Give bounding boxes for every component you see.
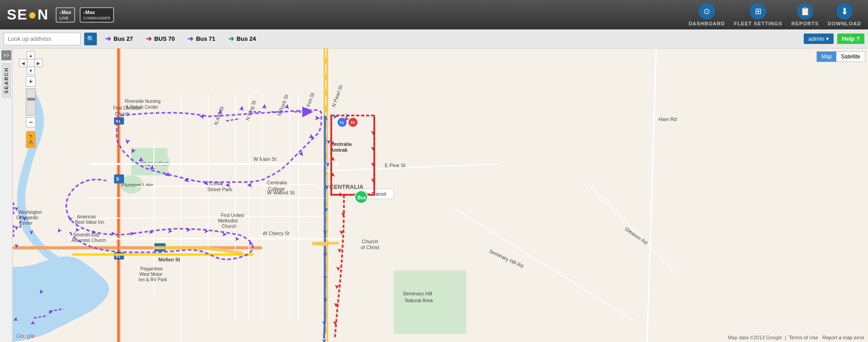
fleet-label: FLEET SETTINGS xyxy=(734,21,782,26)
dashboard-label: DASHBOARD xyxy=(688,21,725,26)
pan-control: ▲ ▼ ◀ ▶ xyxy=(19,51,43,75)
admin-button[interactable]: admin ▾ xyxy=(804,34,834,44)
bus70-legend[interactable]: ➜ BUS 70 xyxy=(141,34,180,43)
svg-text:Natural Area: Natural Area xyxy=(405,298,433,303)
bus71-label: Bus 71 xyxy=(196,35,215,42)
zoom-in-button[interactable]: + xyxy=(26,77,36,87)
bus27-arrow-icon: ➜ xyxy=(105,34,111,43)
pegman-icon[interactable]: 🚶 xyxy=(26,131,36,148)
svg-text:Seventh-Day: Seventh-Day xyxy=(73,232,100,237)
bus24-label: Bus 24 xyxy=(237,35,256,42)
svg-text:of Christ: of Christ xyxy=(361,245,379,250)
map-container[interactable]: .street { stroke: #ffffff; stroke-width:… xyxy=(0,48,868,342)
vmax-commander-badge: vMaxCOMMANDER xyxy=(80,7,114,23)
report-error-link[interactable]: Report a map error xyxy=(822,335,864,340)
map-controls: ▲ ▼ ◀ ▶ + − 🚶 xyxy=(19,51,43,148)
pan-up-button[interactable]: ▲ xyxy=(27,51,35,59)
dashboard-nav-item[interactable]: ⊙ DASHBOARD xyxy=(688,3,725,26)
map-background: .street { stroke: #ffffff; stroke-width:… xyxy=(0,48,868,342)
reports-label: REPORTS xyxy=(792,21,819,26)
map-attribution: Map data ©2013 Google | Terms of Use Rep… xyxy=(728,335,864,340)
map-button[interactable]: Map xyxy=(817,52,836,62)
address-input[interactable] xyxy=(4,33,81,45)
zoom-slider[interactable] xyxy=(26,88,36,116)
pan-left-button[interactable]: ◀ xyxy=(19,59,27,67)
dashboard-icon: ⊙ xyxy=(699,3,715,19)
pan-down-button[interactable]: ▼ xyxy=(27,67,35,75)
bus71-arrow-icon: ➜ xyxy=(187,34,193,43)
bus70-label: BUS 70 xyxy=(154,35,175,42)
left-sidebar: >> Search xyxy=(0,48,13,342)
svg-text:Ham Rd: Ham Rd xyxy=(658,116,677,122)
map-data-label: Map data ©2013 Google xyxy=(728,335,782,340)
svg-text:Inn & RV Park: Inn & RV Park xyxy=(138,277,167,282)
svg-text:Church: Church xyxy=(115,111,129,116)
svg-text:First United: First United xyxy=(221,213,244,218)
svg-text:Church: Church xyxy=(222,224,236,229)
svg-text:Cedar: Cedar xyxy=(210,181,224,186)
bus27-label: Bus 27 xyxy=(114,35,133,42)
svg-text:& Rehab Center: & Rehab Center xyxy=(126,105,158,110)
google-logo: Google xyxy=(16,332,35,339)
svg-text:Peppertree: Peppertree xyxy=(140,266,163,271)
svg-text:College: College xyxy=(268,186,285,192)
svg-text:Methodist: Methodist xyxy=(218,218,238,223)
svg-text:Street Park: Street Park xyxy=(207,187,233,192)
svg-text:Centralia: Centralia xyxy=(267,180,287,185)
pan-center-button[interactable] xyxy=(27,59,35,67)
vmax-live-badge: vMaxLIVE xyxy=(56,7,75,23)
download-icon: ⬇ xyxy=(836,3,853,19)
bus24-legend[interactable]: ➜ Bus 24 xyxy=(224,34,261,43)
search-sidebar-label: Search xyxy=(2,63,11,97)
help-button[interactable]: Help ? xyxy=(837,34,864,44)
svg-text:507: 507 xyxy=(156,246,162,250)
svg-text:In Transit: In Transit xyxy=(366,191,386,197)
svg-text:CENTRALIA: CENTRALIA xyxy=(329,183,364,190)
header: SE●N vMaxLIVE vMaxCOMMANDER ⊙ DASHBOARD … xyxy=(0,0,868,29)
toolbar: 🔍 ➜ Bus 27 ➜ BUS 70 ➜ Bus 71 ➜ Bus 24 ad… xyxy=(0,29,868,48)
search-button[interactable]: 🔍 xyxy=(84,33,97,45)
svg-text:Mellen St: Mellen St xyxy=(158,257,181,262)
svg-text:W Cherry St: W Cherry St xyxy=(262,231,290,236)
fleet-icon: ⊞ xyxy=(750,3,766,19)
svg-text:Americas: Americas xyxy=(77,214,96,219)
reports-nav-item[interactable]: 📋 REPORTS xyxy=(792,3,819,26)
header-nav: ⊙ DASHBOARD ⊞ FLEET SETTINGS 📋 REPORTS ⬇… xyxy=(688,3,861,26)
svg-text:Best Value Inn: Best Value Inn xyxy=(75,220,104,225)
pan-right-button[interactable]: ▶ xyxy=(34,59,43,67)
svg-text:W Main St: W Main St xyxy=(253,156,277,162)
bus71-legend[interactable]: ➜ Bus 71 xyxy=(183,34,220,43)
svg-text:Washington: Washington xyxy=(18,210,42,215)
svg-text:Seminary Hill: Seminary Hill xyxy=(403,291,432,296)
download-label: DOWNLOAD xyxy=(828,21,861,26)
svg-text:Centralia: Centralia xyxy=(330,141,352,147)
svg-text:Riverside Nursing: Riverside Nursing xyxy=(125,99,161,104)
svg-text:Center: Center xyxy=(19,221,33,226)
sidebar-expand-button[interactable]: >> xyxy=(1,50,11,60)
map-type-buttons: Map Satellite xyxy=(816,51,865,62)
svg-text:Amtrak: Amtrak xyxy=(330,147,348,153)
svg-text:Adventist Church: Adventist Church xyxy=(72,238,106,243)
svg-text:West Motor: West Motor xyxy=(139,272,163,277)
download-nav-item[interactable]: ⬇ DOWNLOAD xyxy=(828,3,861,26)
terms-link[interactable]: Terms of Use xyxy=(789,335,818,340)
fleet-settings-nav-item[interactable]: ⊞ FLEET SETTINGS xyxy=(734,3,782,26)
svg-text:81: 81 xyxy=(116,119,120,124)
bus24-arrow-icon: ➜ xyxy=(228,34,234,43)
svg-text:E Pine St: E Pine St xyxy=(385,163,405,168)
svg-text:5: 5 xyxy=(116,176,119,182)
svg-text:Orthopedic: Orthopedic xyxy=(16,215,38,220)
bus70-arrow-icon: ➜ xyxy=(146,34,152,43)
search-icon: 🔍 xyxy=(87,35,95,43)
satellite-button[interactable]: Satellite xyxy=(836,52,865,62)
zoom-out-button[interactable]: − xyxy=(26,117,36,127)
reports-icon: 📋 xyxy=(797,3,813,19)
seon-logo: SE●N xyxy=(7,6,49,23)
toolbar-right: admin ▾ Help ? xyxy=(804,34,864,44)
svg-text:Church: Church xyxy=(362,239,378,244)
bus27-legend[interactable]: ➜ Bus 27 xyxy=(100,34,138,43)
